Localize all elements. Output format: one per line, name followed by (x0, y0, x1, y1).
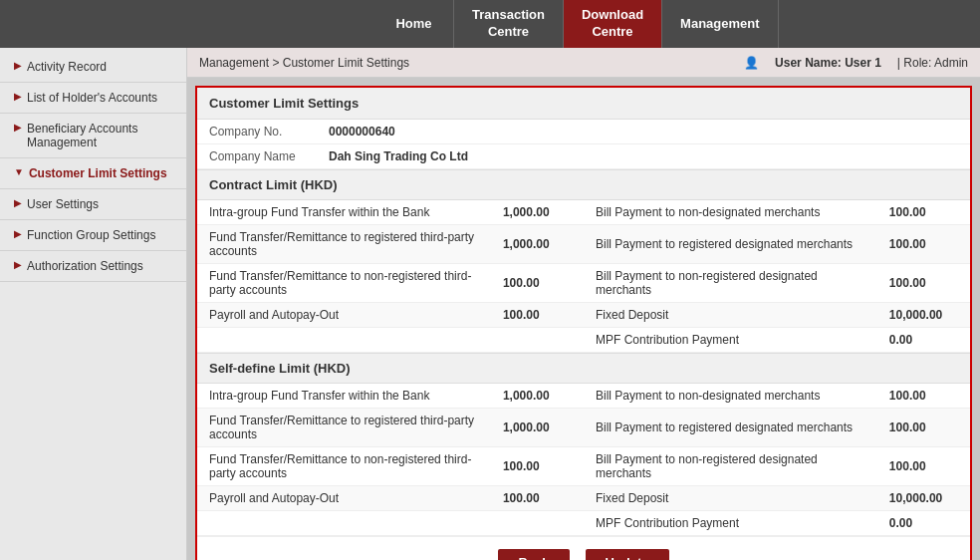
sidebar-label-customer-limit: Customer Limit Settings (29, 166, 167, 180)
nav-transaction[interactable]: TransactionCentre (454, 0, 564, 48)
arrow-icon: ▶ (14, 197, 22, 208)
user-info: 👤 User Name: User 1 | Role: Admin (744, 56, 968, 70)
company-name-label: Company Name (197, 144, 317, 169)
company-name-row: Company Name Dah Sing Trading Co Ltd (197, 144, 970, 169)
main-nav: Home TransactionCentre DownloadCentre Ma… (374, 0, 779, 48)
self-row-3: Payroll and Autopay-Out 100.00 Fixed Dep… (197, 486, 970, 511)
c-value2-3: 10,000.00 (877, 303, 970, 328)
self-row-1: Fund Transfer/Remittance to registered t… (197, 409, 970, 447)
nav-home[interactable]: Home (374, 0, 454, 48)
self-define-limit-table: Intra-group Fund Transfer within the Ban… (197, 384, 970, 536)
s-label2-1: Bill Payment to registered designated me… (584, 409, 877, 447)
sidebar-label-holder: List of Holder's Accounts (27, 91, 157, 105)
c-value-2: 100.00 (491, 264, 584, 303)
sidebar-label-user: User Settings (27, 197, 99, 211)
s-value2-2: 100.00 (877, 447, 970, 486)
sidebar-item-authorization[interactable]: ▶ Authorization Settings (0, 251, 186, 282)
user-role: | Role: Admin (897, 56, 968, 70)
contract-row-0: Intra-group Fund Transfer within the Ban… (197, 200, 970, 225)
contract-limit-header: Contract Limit (HKD) (197, 169, 970, 200)
content-panel: Customer Limit Settings Company No. 0000… (187, 78, 980, 560)
nav-management[interactable]: Management (662, 0, 778, 48)
user-icon: 👤 (744, 56, 759, 70)
c-label2-3: Fixed Deposit (584, 303, 877, 328)
c-label-4 (197, 328, 491, 353)
c-label-1: Fund Transfer/Remittance to registered t… (197, 225, 491, 264)
s-value-4 (491, 511, 584, 536)
arrow-icon: ▶ (14, 259, 22, 270)
company-no-label: Company No. (197, 120, 317, 144)
s-value2-3: 10,000.00 (877, 486, 970, 511)
c-value-0: 1,000.00 (491, 200, 584, 225)
arrow-icon: ▶ (14, 228, 22, 239)
logo-area (0, 0, 187, 48)
c-label-2: Fund Transfer/Remittance to non-register… (197, 264, 491, 303)
company-no-value: 0000000640 (317, 120, 970, 144)
s-label-3: Payroll and Autopay-Out (197, 486, 491, 511)
breadcrumb: Management > Customer Limit Settings (199, 56, 409, 70)
s-value2-0: 100.00 (877, 384, 970, 409)
c-value2-2: 100.00 (877, 264, 970, 303)
s-value2-1: 100.00 (877, 409, 970, 447)
s-label-0: Intra-group Fund Transfer within the Ban… (197, 384, 491, 409)
self-row-0: Intra-group Fund Transfer within the Ban… (197, 384, 970, 409)
contract-row-2: Fund Transfer/Remittance to non-register… (197, 264, 970, 303)
contract-row-3: Payroll and Autopay-Out 100.00 Fixed Dep… (197, 303, 970, 328)
c-label-0: Intra-group Fund Transfer within the Ban… (197, 200, 491, 225)
back-button[interactable]: Back (498, 549, 569, 560)
contract-row-1: Fund Transfer/Remittance to registered t… (197, 225, 970, 264)
s-value-3: 100.00 (491, 486, 584, 511)
c-value2-4: 0.00 (877, 328, 970, 353)
arrow-icon: ▶ (14, 122, 22, 133)
arrow-icon: ▶ (14, 60, 22, 71)
self-define-header: Self-define Limit (HKD) (197, 353, 970, 384)
update-button[interactable]: Update (586, 549, 669, 560)
contract-row-4: MPF Contribution Payment 0.00 (197, 328, 970, 353)
s-value2-4: 0.00 (877, 511, 970, 536)
c-label-3: Payroll and Autopay-Out (197, 303, 491, 328)
sidebar-label-function: Function Group Settings (27, 228, 155, 242)
breadcrumb-bar: Management > Customer Limit Settings 👤 U… (187, 48, 980, 78)
sidebar: ▶ Activity Record ▶ List of Holder's Acc… (0, 48, 187, 560)
sidebar-item-activity-record[interactable]: ▶ Activity Record (0, 52, 186, 83)
self-row-4: MPF Contribution Payment 0.00 (197, 511, 970, 536)
contract-limit-table: Intra-group Fund Transfer within the Ban… (197, 200, 970, 353)
company-info-table: Company No. 0000000640 Company Name Dah … (197, 120, 970, 169)
layout: ▶ Activity Record ▶ List of Holder's Acc… (0, 48, 980, 560)
s-label2-2: Bill Payment to non-registered designate… (584, 447, 877, 486)
s-label-4 (197, 511, 491, 536)
sidebar-label-auth: Authorization Settings (27, 259, 143, 273)
main-area: Management > Customer Limit Settings 👤 U… (187, 48, 980, 560)
sidebar-item-beneficiary[interactable]: ▶ Beneficiary Accounts Management (0, 114, 186, 158)
company-name-value: Dah Sing Trading Co Ltd (317, 144, 970, 169)
sidebar-label-activity: Activity Record (27, 60, 107, 74)
sidebar-item-user-settings[interactable]: ▶ User Settings (0, 189, 186, 220)
s-value-0: 1,000.00 (491, 384, 584, 409)
c-value-1: 1,000.00 (491, 225, 584, 264)
s-label2-3: Fixed Deposit (584, 486, 877, 511)
c-value-3: 100.00 (491, 303, 584, 328)
sidebar-item-customer-limit[interactable]: ▼ Customer Limit Settings (0, 158, 186, 189)
c-value2-0: 100.00 (877, 200, 970, 225)
sidebar-item-function-group[interactable]: ▶ Function Group Settings (0, 220, 186, 251)
s-label2-4: MPF Contribution Payment (584, 511, 877, 536)
s-label2-0: Bill Payment to non-designated merchants (584, 384, 877, 409)
down-arrow-icon: ▼ (14, 166, 24, 177)
s-label-2: Fund Transfer/Remittance to non-register… (197, 447, 491, 486)
arrow-icon: ▶ (14, 91, 22, 102)
self-row-2: Fund Transfer/Remittance to non-register… (197, 447, 970, 486)
c-label2-1: Bill Payment to registered designated me… (584, 225, 877, 264)
company-no-row: Company No. 0000000640 (197, 120, 970, 144)
sidebar-item-holder-accounts[interactable]: ▶ List of Holder's Accounts (0, 83, 186, 114)
c-label2-2: Bill Payment to non-registered designate… (584, 264, 877, 303)
content-box: Customer Limit Settings Company No. 0000… (195, 86, 972, 560)
c-label2-0: Bill Payment to non-designated merchants (584, 200, 877, 225)
buttons-row: Back Update (197, 536, 970, 560)
c-value2-1: 100.00 (877, 225, 970, 264)
page-title: Customer Limit Settings (197, 88, 970, 120)
top-bar: Home TransactionCentre DownloadCentre Ma… (0, 0, 980, 48)
nav-download[interactable]: DownloadCentre (564, 0, 662, 48)
c-value-4 (491, 328, 584, 353)
sidebar-label-beneficiary: Beneficiary Accounts Management (27, 122, 176, 149)
s-value-2: 100.00 (491, 447, 584, 486)
